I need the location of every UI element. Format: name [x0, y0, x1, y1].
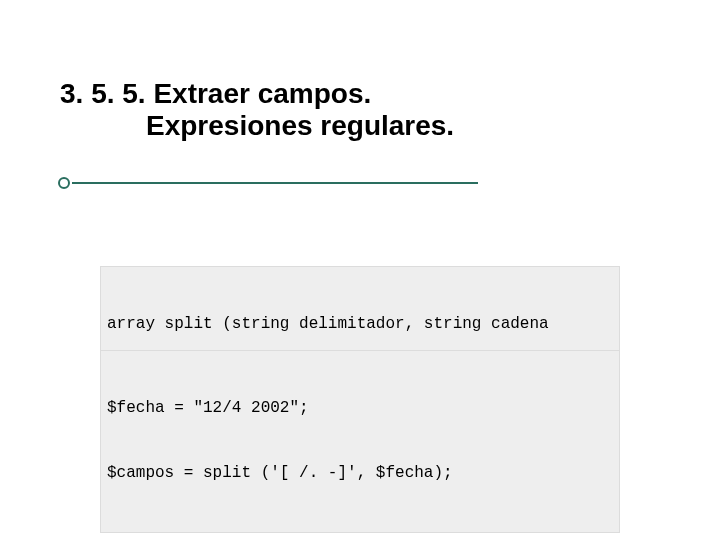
- slide: 3. 5. 5. Extraer campos. Expresiones reg…: [0, 0, 720, 540]
- heading-line-2: Expresiones regulares.: [60, 110, 680, 142]
- code-line: $campos = split ('[ /. -]', $fecha);: [107, 463, 613, 485]
- code-block-example: $fecha = "12/4 2002"; $campos = split ('…: [100, 350, 620, 533]
- divider-line: [72, 182, 478, 184]
- code-line: array split (string delimitador, string …: [107, 314, 613, 336]
- slide-heading: 3. 5. 5. Extraer campos. Expresiones reg…: [60, 78, 680, 142]
- bullet-icon: [58, 177, 70, 189]
- code-line: $fecha = "12/4 2002";: [107, 398, 613, 420]
- heading-divider: [58, 176, 478, 190]
- heading-line-1: 3. 5. 5. Extraer campos.: [60, 78, 680, 110]
